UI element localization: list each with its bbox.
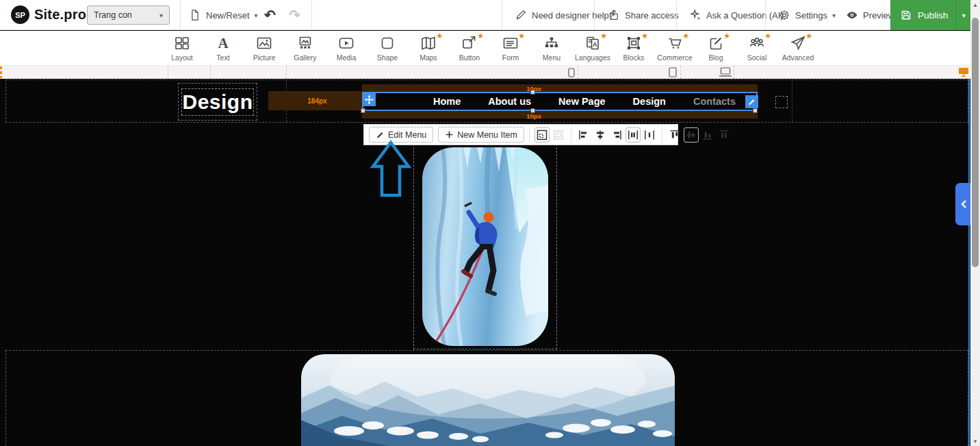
page-select-value: Trang con [94,10,132,20]
widget-item[interactable]: ★ Maps [408,31,449,66]
toolbar-icon-button[interactable] [593,127,608,143]
settings-button[interactable]: Settings ▾ [775,0,838,30]
layout-icon [174,35,190,51]
new-reset-button[interactable]: New/Reset ▾ [186,0,261,30]
widget-item[interactable]: ★ Button [449,31,490,66]
widget-label: Blocks [623,53,645,62]
divider [180,0,181,30]
widget-label: Media [337,53,357,62]
widget-item[interactable]: ★ Layout [162,31,203,66]
widget-item[interactable]: ★ Shape [367,31,408,66]
menu-item[interactable]: New Page [545,96,619,107]
mountains-image[interactable] [301,354,675,446]
widget-label: Layout [171,53,193,62]
sp-logo-icon: SP [11,5,29,24]
widget-item[interactable]: ★ Advanced [777,31,818,66]
tablet-breakpoint-line [680,66,681,79]
vertical-scrollbar[interactable]: ▲ ▼ [970,0,980,446]
ask-ai-button[interactable]: Ask a Question (AI) [686,0,786,30]
scroll-down-button[interactable]: ▼ [970,436,980,446]
phone-breakpoint-icon[interactable] [568,68,575,77]
space-h-icon [627,129,639,141]
toolbar-icon-button[interactable] [700,127,715,143]
toolbar-icon-button[interactable] [626,127,641,143]
logo-widget[interactable]: Design [181,88,254,116]
publish-dropdown-button[interactable]: ▾ [956,0,970,30]
menu-margin-bottom [362,111,758,119]
chevron-down-icon: ▾ [255,12,258,19]
widget-item[interactable]: A ★ Languages [572,31,613,66]
empty-widget-placeholder[interactable] [775,96,788,108]
widget-item[interactable]: ★ Picture [244,31,285,66]
blocks-icon [626,35,642,51]
widget-item[interactable]: ★ Social [736,31,777,66]
menu-margin-top [362,84,758,92]
scroll-up-button[interactable]: ▲ [970,0,980,10]
preview-button[interactable]: Preview [843,0,897,30]
menu-item[interactable]: Home [420,96,474,107]
resize-handle-top[interactable] [530,90,535,95]
toolbar-icon-button[interactable] [551,127,566,143]
picture-icon [256,35,272,51]
form-icon [502,35,519,51]
widget-item[interactable]: ★ Blocks [613,31,654,66]
commerce-icon [667,35,683,51]
undo-button[interactable]: ↶ [261,0,279,30]
new-menu-item-button[interactable]: New Menu Item [438,127,524,143]
chevron-down-icon: ▾ [832,12,836,19]
menu-item[interactable]: Contacts [680,96,749,107]
widget-item[interactable]: ★ Gallery [285,31,326,66]
collapse-panel-tab[interactable] [955,183,971,225]
menu-item[interactable]: Design [619,96,680,107]
scrollbar-thumb[interactable] [972,18,979,267]
width-value: 184px [307,97,326,105]
toolbar-icon-button[interactable] [642,127,657,143]
widget-item[interactable]: ★ Commerce [654,31,695,66]
space-v-icon [718,129,730,141]
widget-label: Button [459,53,480,62]
brush-icon [515,9,527,21]
move-handle[interactable] [363,93,376,106]
designer-help-button[interactable]: Need designer help? [512,0,617,30]
eye-icon [846,9,858,21]
resize-handle-bottom[interactable] [530,108,535,113]
top-toolbar: SP Site.pro Trang con ▾ New/Reset ▾ ↶ ↷ … [0,0,980,30]
share-access-button[interactable]: Share access [605,0,682,30]
widget-item[interactable]: ★ Blog [695,31,736,66]
column-divider [792,80,792,122]
brand-logo[interactable]: SP Site.pro [11,5,86,24]
widget-item[interactable]: ★ Media [326,31,367,66]
publish-button[interactable]: Publish ▾ [890,0,970,30]
page-select[interactable]: Trang con ▾ [87,5,170,25]
social-icon [749,35,765,51]
brand-name: Site.pro [34,7,86,23]
divider [765,0,766,30]
widget-item[interactable]: A ★ Text [203,31,244,66]
menu-item[interactable]: About us [474,96,545,107]
desktop-breakpoint-icon[interactable] [958,67,969,77]
tablet-breakpoint-icon[interactable] [669,67,677,77]
menu-widget[interactable]: Home About us New Page Design Contacts [362,92,758,111]
toolbar-icon-button[interactable] [667,127,682,143]
resize-handle-bottom-left[interactable] [361,108,365,113]
gallery-icon [297,35,313,51]
laptop-breakpoint-icon[interactable] [719,67,732,77]
toolbar-icon-button[interactable] [609,127,624,143]
text-icon: A [215,35,231,51]
svg-text:A: A [593,41,597,48]
redo-button[interactable]: ↷ [286,0,303,30]
toolbar-icon-button[interactable] [717,127,732,143]
edit-pencil-handle[interactable] [745,95,758,108]
widget-item[interactable]: ★ Form [490,31,531,66]
toolbar-icon-button[interactable] [576,127,591,143]
resize-handle-bottom-right[interactable] [753,108,758,113]
device-breakpoint-ruler [0,66,980,79]
ice-climber-image[interactable] [422,147,548,346]
ruler-guide [168,66,168,79]
maps-icon [420,35,437,51]
toolbar-icon-button[interactable] [684,127,699,143]
widget-item[interactable]: ★ Menu [531,31,572,66]
save-icon [900,9,912,21]
toolbar-icon-button[interactable] [534,127,550,143]
advanced-icon [790,35,806,51]
